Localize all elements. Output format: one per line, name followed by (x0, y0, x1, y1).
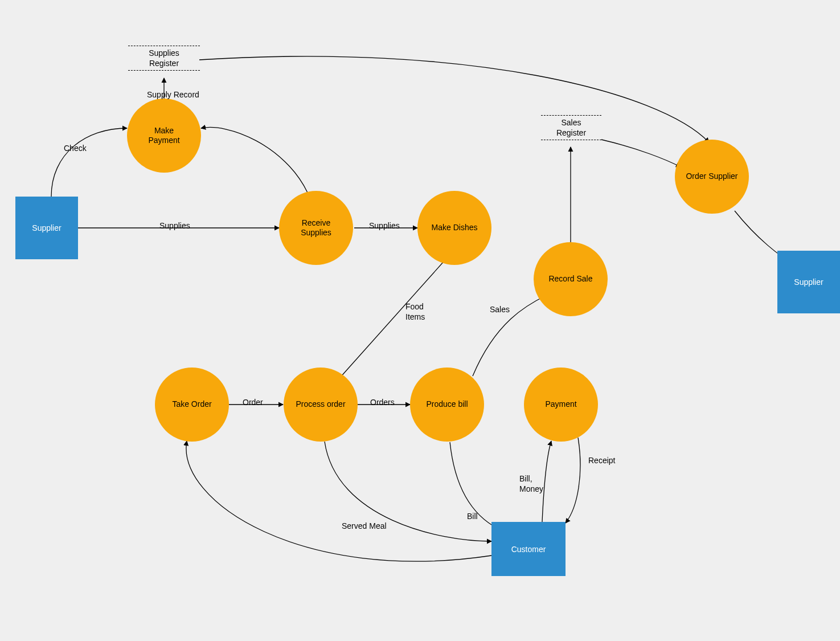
process-label: Process order (292, 399, 349, 410)
process-label: Make Dishes (428, 223, 481, 233)
label-receipt: Receipt (588, 456, 615, 466)
process-payment: Payment (524, 368, 598, 442)
process-take-order: Take Order (155, 368, 229, 442)
entity-label: Customer (511, 545, 546, 554)
label-supplies: Supplies (159, 221, 190, 231)
store-supplies-register: SuppliesRegister (128, 46, 200, 71)
entity-customer: Customer (491, 522, 566, 576)
label-supplies2: Supplies (369, 221, 400, 231)
process-label: Order Supplier (682, 172, 741, 182)
label-check: Check (64, 144, 87, 154)
process-record-sale: Record Sale (534, 242, 608, 316)
process-process-order: Process order (284, 368, 358, 442)
entity-label: Supplier (794, 277, 823, 287)
store-sales-register: SalesRegister (541, 115, 601, 140)
label-bill-money: Bill,Money (519, 474, 543, 494)
process-label: Take Order (169, 399, 215, 410)
process-label: MakePayment (145, 126, 183, 146)
process-make-payment: MakePayment (127, 99, 201, 173)
process-label: Payment (542, 399, 580, 410)
label-order: Order (243, 398, 263, 408)
entity-supplier-left: Supplier (15, 197, 78, 259)
process-produce-bill: Produce bill (410, 368, 484, 442)
process-label: ReceiveSupplies (297, 218, 335, 238)
store-label: SuppliesRegister (128, 46, 200, 70)
store-label: SalesRegister (541, 116, 601, 140)
label-orders: Orders (370, 398, 395, 408)
entity-label: Supplier (32, 223, 61, 232)
process-label: Produce bill (423, 399, 471, 410)
label-served-meal: Served Meal (342, 521, 387, 532)
process-receive-supplies: ReceiveSupplies (279, 191, 353, 265)
label-food-items: FoodItems (405, 302, 425, 322)
label-supply-record: Supply Record (147, 90, 199, 100)
label-sales: Sales (490, 305, 510, 315)
process-order-supplier: Order Supplier (675, 140, 749, 214)
process-label: Record Sale (545, 274, 596, 284)
label-bill: Bill (467, 512, 478, 522)
entity-supplier-right: Supplier (777, 251, 840, 313)
process-make-dishes: Make Dishes (417, 191, 491, 265)
